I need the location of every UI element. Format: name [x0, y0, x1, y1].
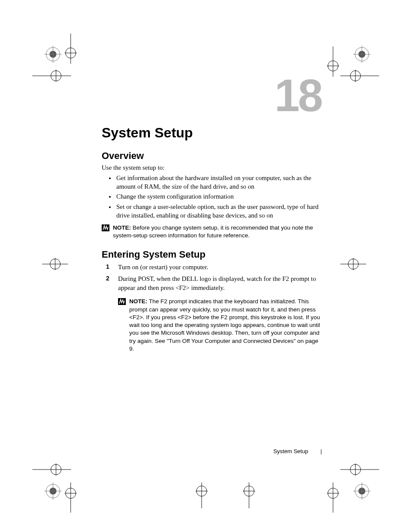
crop-mark-icon [194, 482, 209, 508]
note-block: NOTE: Before you change system setup, it… [102, 224, 321, 240]
crop-mark-icon [325, 482, 341, 513]
crop-mark-icon [353, 482, 371, 500]
svg-point-15 [328, 61, 338, 71]
svg-point-18 [350, 71, 361, 81]
note-body: Before you change system setup, it is re… [113, 224, 313, 239]
crop-mark-icon [44, 46, 62, 63]
note-body: The F2 prompt indicates that the keyboar… [129, 298, 320, 352]
crop-mark-icon [340, 256, 366, 272]
note-text: NOTE: The F2 prompt indicates that the k… [129, 298, 321, 353]
crop-mark-icon [241, 482, 257, 508]
list-item: During POST, when the DELL logo is displ… [102, 274, 321, 353]
overview-intro: Use the system setup to: [102, 163, 321, 172]
svg-point-41 [328, 488, 338, 498]
svg-point-44 [350, 464, 361, 475]
svg-point-5 [65, 48, 76, 58]
svg-point-8 [51, 71, 61, 81]
svg-point-26 [46, 484, 60, 498]
svg-point-21 [50, 259, 60, 269]
section-heading-entering: Entering System Setup [102, 249, 321, 260]
svg-point-47 [196, 486, 207, 496]
svg-point-0 [46, 47, 60, 61]
note-icon [102, 224, 109, 231]
footer-separator [321, 449, 321, 454]
crop-mark-icon [325, 47, 341, 77]
overview-bullet-list: Get information about the hardware insta… [110, 174, 321, 220]
list-item: Get information about the hardware insta… [115, 174, 321, 191]
svg-point-1 [50, 51, 56, 58]
svg-point-24 [348, 259, 358, 269]
svg-point-27 [50, 488, 56, 495]
crop-mark-icon [44, 482, 62, 500]
page-content: 18 System Setup Overview Use the system … [102, 75, 321, 355]
crop-mark-icon [32, 462, 71, 477]
steps-list: Turn on (or restart) your computer. Duri… [102, 263, 321, 353]
list-item: Change the system configuration informat… [115, 192, 321, 201]
note-label: NOTE: [129, 298, 147, 305]
crop-mark-icon [63, 34, 78, 64]
page-footer: System Setup [102, 448, 321, 454]
crop-mark-icon [353, 46, 371, 63]
svg-point-50 [244, 486, 254, 496]
crop-mark-icon [32, 68, 71, 84]
svg-point-10 [355, 47, 369, 61]
crop-mark-icon [340, 462, 379, 477]
list-item: Set or change a user-selectable option, … [115, 202, 321, 220]
note-icon [118, 298, 126, 305]
svg-point-37 [358, 488, 365, 495]
crop-mark-icon [42, 256, 68, 272]
chapter-number: 18 [102, 75, 321, 116]
note-block: NOTE: The F2 prompt indicates that the k… [118, 298, 321, 353]
svg-point-31 [65, 488, 76, 498]
svg-point-34 [51, 464, 61, 475]
running-head: System Setup [273, 448, 308, 454]
crop-mark-icon [63, 482, 78, 513]
svg-point-36 [355, 484, 369, 498]
note-label: NOTE: [113, 224, 131, 231]
section-heading-overview: Overview [102, 150, 321, 162]
step-text: During POST, when the DELL logo is displ… [118, 275, 316, 291]
svg-point-11 [358, 51, 365, 58]
note-text: NOTE: Before you change system setup, it… [113, 224, 321, 240]
crop-mark-icon [340, 68, 379, 84]
list-item: Turn on (or restart) your computer. [102, 263, 321, 272]
chapter-title: System Setup [102, 125, 321, 141]
